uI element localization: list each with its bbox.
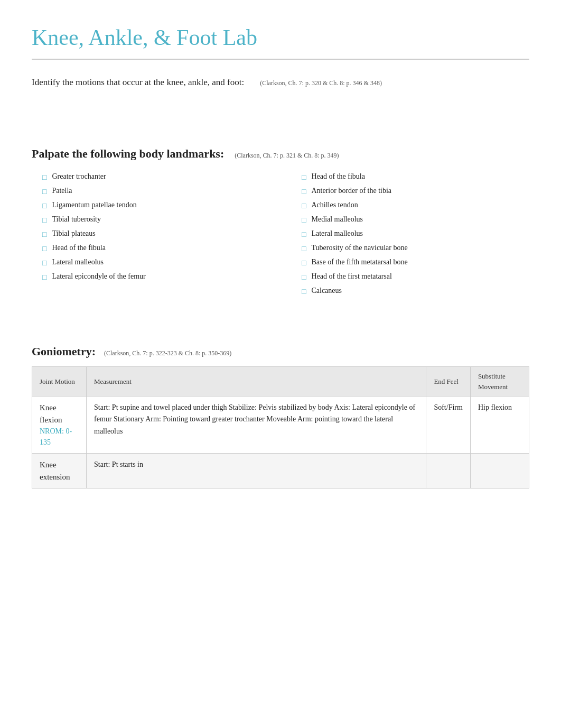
bullet-icon: □ bbox=[302, 286, 306, 297]
joint-motion-name: Knee flexion bbox=[40, 402, 79, 426]
table-header-row: Joint Motion Measurement End Feel Substi… bbox=[32, 367, 529, 397]
bullet-icon: □ bbox=[302, 243, 306, 254]
bullet-icon: □ bbox=[302, 229, 306, 240]
list-item-text: Head of the fibula bbox=[311, 171, 364, 182]
intro-section: Identify the motions that occur at the k… bbox=[32, 76, 529, 89]
palpate-section: Palpate the following body landmarks: (C… bbox=[32, 145, 529, 299]
list-item: □Tibial tuberosity bbox=[42, 214, 270, 226]
end-feel-cell bbox=[426, 454, 470, 489]
list-item-text: Lateral malleolus bbox=[52, 256, 104, 268]
goniometry-title: Goniometry: bbox=[32, 343, 96, 360]
list-item: □Head of the fibula bbox=[42, 242, 270, 254]
bullet-icon: □ bbox=[42, 229, 46, 240]
goniometry-section: Goniometry: (Clarkson, Ch. 7: p. 322-323… bbox=[32, 343, 529, 489]
goniometry-citation: (Clarkson, Ch. 7: p. 322-323 & Ch. 8: p.… bbox=[104, 348, 231, 358]
measurement-cell: Start: Pt supine and towel placed under … bbox=[87, 397, 426, 454]
col-joint-motion: Joint Motion bbox=[32, 367, 87, 397]
bullet-icon: □ bbox=[302, 172, 306, 183]
list-item: □Lateral epicondyle of the femur bbox=[42, 271, 270, 283]
bullet-icon: □ bbox=[302, 257, 306, 269]
list-item-text: Tuberosity of the navicular bone bbox=[311, 242, 407, 253]
palpate-list-right: □Head of the fibula□Anterior border of t… bbox=[302, 171, 529, 297]
measurement-text: Start: Pt supine and towel placed under … bbox=[94, 403, 415, 435]
page-title: Knee, Ankle, & Foot Lab bbox=[32, 21, 529, 54]
end-feel-value: Soft/Firm bbox=[434, 403, 462, 411]
goniometry-header: Goniometry: (Clarkson, Ch. 7: p. 322-323… bbox=[32, 343, 529, 360]
list-item: □Anterior border of the tibia bbox=[302, 185, 529, 197]
list-item: □Ligamentum patellae tendon bbox=[42, 199, 270, 211]
list-item-text: Medial malleolus bbox=[311, 214, 363, 225]
bullet-icon: □ bbox=[302, 272, 306, 283]
list-item: □Greater trochanter bbox=[42, 171, 270, 183]
goniometry-tbody: Knee flexionNROM: 0-135Start: Pt supine … bbox=[32, 397, 529, 489]
intro-citation: (Clarkson, Ch. 7: p. 320 & Ch. 8: p. 346… bbox=[260, 78, 382, 88]
list-item: □Calcaneus bbox=[302, 285, 529, 297]
palpate-title: Palpate the following body landmarks: bbox=[32, 145, 224, 162]
measurement-text: Start: Pt starts in bbox=[94, 460, 143, 468]
palpate-list-left: □Greater trochanter□Patella□Ligamentum p… bbox=[42, 171, 270, 283]
list-item-text: Lateral malleolus bbox=[311, 228, 363, 239]
joint-motion-cell: Knee flexionNROM: 0-135 bbox=[32, 397, 87, 454]
palpate-col-right: □Head of the fibula□Anterior border of t… bbox=[302, 171, 529, 299]
list-item-text: Ligamentum patellae tendon bbox=[52, 199, 136, 210]
col-measurement: Measurement bbox=[87, 367, 426, 397]
table-row: Knee extensionStart: Pt starts in bbox=[32, 454, 529, 489]
list-item: □Head of the first metatarsal bbox=[302, 271, 529, 283]
bullet-icon: □ bbox=[42, 172, 46, 183]
bullet-icon: □ bbox=[42, 186, 46, 197]
substitute-cell: Hip flexion bbox=[470, 397, 529, 454]
bullet-icon: □ bbox=[302, 200, 306, 211]
joint-motion-name: Knee extension bbox=[40, 459, 79, 483]
palpate-columns: □Greater trochanter□Patella□Ligamentum p… bbox=[42, 171, 529, 299]
goniometry-table: Joint Motion Measurement End Feel Substi… bbox=[32, 366, 529, 489]
list-item: □Tibial plateaus bbox=[42, 228, 270, 240]
intro-text: Identify the motions that occur at the k… bbox=[32, 76, 244, 89]
bullet-icon: □ bbox=[42, 215, 46, 226]
palpate-col-left: □Greater trochanter□Patella□Ligamentum p… bbox=[42, 171, 270, 299]
bullet-icon: □ bbox=[302, 186, 306, 197]
substitute-value: Hip flexion bbox=[478, 403, 512, 411]
list-item: □Patella bbox=[42, 185, 270, 197]
list-item: □Tuberosity of the navicular bone bbox=[302, 242, 529, 254]
end-feel-cell: Soft/Firm bbox=[426, 397, 470, 454]
list-item-text: Patella bbox=[52, 185, 72, 196]
bullet-icon: □ bbox=[42, 243, 46, 254]
list-item-text: Anterior border of the tibia bbox=[311, 185, 391, 196]
col-substitute: Substitute Movement bbox=[470, 367, 529, 397]
bullet-icon: □ bbox=[302, 215, 306, 226]
list-item-text: Tibial plateaus bbox=[52, 228, 95, 239]
bullet-icon: □ bbox=[42, 272, 46, 283]
list-item-text: Calcaneus bbox=[311, 285, 342, 296]
list-item-text: Achilles tendon bbox=[311, 199, 358, 210]
title-divider bbox=[32, 59, 529, 60]
substitute-cell bbox=[470, 454, 529, 489]
col-end-feel: End Feel bbox=[426, 367, 470, 397]
bullet-icon: □ bbox=[42, 200, 46, 211]
list-item: □Lateral malleolus bbox=[302, 228, 529, 240]
bullet-icon: □ bbox=[42, 257, 46, 269]
joint-motion-cell: Knee extension bbox=[32, 454, 87, 489]
list-item-text: Head of the fibula bbox=[52, 242, 105, 253]
list-item-text: Lateral epicondyle of the femur bbox=[52, 271, 145, 282]
list-item-text: Greater trochanter bbox=[52, 171, 106, 182]
list-item-text: Head of the first metatarsal bbox=[311, 271, 391, 282]
nrom-value: NROM: 0-135 bbox=[40, 426, 79, 448]
list-item: □Head of the fibula bbox=[302, 171, 529, 183]
measurement-cell: Start: Pt starts in bbox=[87, 454, 426, 489]
list-item: □Lateral malleolus bbox=[42, 256, 270, 269]
list-item-text: Tibial tuberosity bbox=[52, 214, 100, 225]
palpate-citation: (Clarkson, Ch. 7: p. 321 & Ch. 8: p. 349… bbox=[235, 151, 339, 160]
list-item: □Base of the fifth metatarsal bone bbox=[302, 256, 529, 269]
list-item-text: Base of the fifth metatarsal bone bbox=[311, 256, 407, 268]
palpate-header: Palpate the following body landmarks: (C… bbox=[32, 145, 529, 162]
list-item: □Achilles tendon bbox=[302, 199, 529, 211]
table-row: Knee flexionNROM: 0-135Start: Pt supine … bbox=[32, 397, 529, 454]
list-item: □Medial malleolus bbox=[302, 214, 529, 226]
